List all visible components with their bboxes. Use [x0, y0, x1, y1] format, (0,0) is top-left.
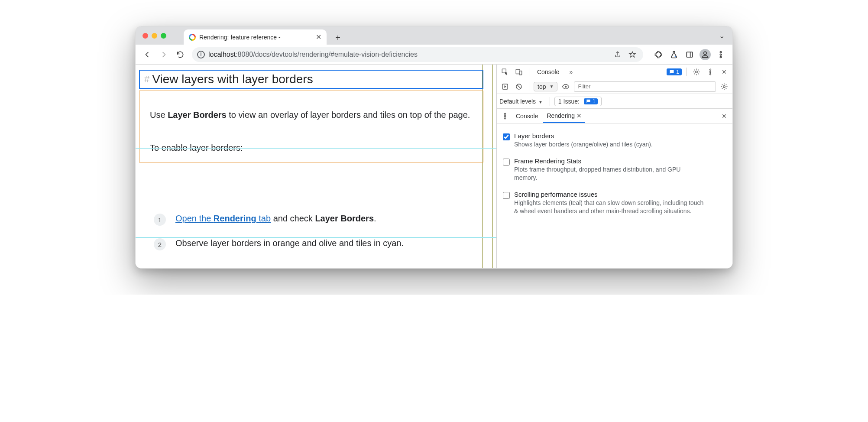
window-controls — [140, 26, 179, 45]
messages-badge[interactable]: 1 — [667, 68, 682, 75]
intro-paragraph: Use Layer Borders to view an overlay of … — [150, 108, 473, 121]
close-drawer-tab-icon[interactable]: ✕ — [577, 112, 582, 119]
tab-title: Rendering: feature reference - — [199, 34, 281, 41]
svg-point-16 — [723, 85, 725, 88]
svg-point-0 — [675, 56, 676, 57]
url: localhost:8080/docs/devtools/rendering/#… — [208, 51, 418, 58]
drawer-tab-rendering[interactable]: Rendering ✕ — [543, 109, 585, 123]
page-heading: # View layers with layer borders — [139, 70, 483, 89]
devtools-close-icon[interactable]: ✕ — [719, 66, 730, 78]
option-frame-rendering-stats[interactable]: Frame Rendering Stats Plots frame throug… — [503, 153, 726, 186]
hash-icon: # — [144, 74, 149, 85]
option-desc: Highlights elements (teal) that can slow… — [514, 199, 705, 215]
step-number: 1 — [154, 214, 166, 226]
clear-console-icon[interactable] — [513, 81, 525, 92]
url-host: localhost — [208, 51, 236, 58]
content-area: # View layers with layer borders Use Lay… — [136, 65, 732, 268]
labs-flask-icon[interactable] — [667, 47, 681, 62]
checkbox-scrolling-perf[interactable] — [503, 192, 510, 199]
svg-point-5 — [720, 56, 721, 58]
share-icon[interactable] — [612, 49, 623, 60]
chrome-favicon — [189, 34, 196, 41]
drawer-close-icon[interactable]: ✕ — [719, 110, 730, 122]
option-title: Scrolling performance issues — [514, 191, 705, 198]
intro-block: Use Layer Borders to view an overlay of … — [139, 91, 483, 162]
devtools-kebab-icon[interactable] — [705, 66, 716, 78]
steps-list: 1 Open the Rendering tab and check Layer… — [154, 208, 483, 256]
reload-button[interactable] — [173, 47, 188, 62]
svg-point-18 — [505, 115, 506, 117]
browser-tab[interactable]: Rendering: feature reference - ✕ — [184, 29, 327, 45]
execute-icon[interactable] — [499, 81, 511, 92]
console-levels-row: Default levels ▼ 1 Issue: 1 — [497, 94, 732, 109]
devtools-main-toolbar: Console » 1 ✕ — [497, 65, 732, 79]
svg-point-2 — [704, 52, 707, 55]
step-number: 2 — [154, 238, 166, 250]
console-settings-gear-icon[interactable] — [719, 81, 730, 92]
kebab-menu-icon[interactable] — [713, 47, 728, 62]
tab-list-chevron-icon[interactable]: ⌄ — [719, 32, 728, 40]
issues-pill[interactable]: 1 Issue: 1 — [554, 97, 602, 106]
step-text: Observe layer borders in orange and oliv… — [175, 238, 404, 248]
option-title: Frame Rendering Stats — [514, 157, 705, 165]
toolbar-actions — [651, 47, 728, 62]
url-port: :8080 — [236, 51, 253, 58]
svg-point-10 — [710, 69, 711, 70]
device-toggle-icon[interactable] — [513, 66, 525, 78]
webpage-viewport: # View layers with layer borders Use Lay… — [136, 65, 496, 268]
address-bar[interactable]: i localhost:8080/docs/devtools/rendering… — [192, 47, 643, 62]
more-tabs-chevron-icon[interactable]: » — [565, 66, 577, 78]
option-scrolling-perf[interactable]: Scrolling performance issues Highlights … — [503, 186, 726, 220]
option-desc: Plots frame throughput, dropped frames d… — [514, 166, 705, 182]
svg-point-12 — [710, 73, 711, 75]
console-toolbar: top▼ — [497, 79, 732, 94]
titlebar: Rendering: feature reference - ✕ + ⌄ — [136, 26, 732, 45]
option-title: Layer borders — [514, 132, 653, 140]
profile-avatar[interactable] — [698, 47, 713, 62]
minimize-window-button[interactable] — [152, 33, 157, 39]
svg-rect-1 — [687, 52, 692, 57]
heading-text: View layers with layer borders — [152, 72, 313, 86]
settings-gear-icon[interactable] — [691, 66, 702, 78]
option-desc: Shows layer borders (orange/olive) and t… — [514, 140, 653, 149]
inspect-element-icon[interactable] — [499, 66, 511, 78]
option-layer-borders[interactable]: Layer borders Shows layer borders (orang… — [503, 128, 726, 153]
extensions-icon[interactable] — [651, 47, 666, 62]
svg-point-4 — [720, 54, 721, 55]
close-window-button[interactable] — [143, 33, 148, 39]
drawer-tabstrip: Console Rendering ✕ ✕ — [497, 109, 732, 123]
svg-point-17 — [505, 113, 506, 114]
new-tab-button[interactable]: + — [331, 31, 345, 45]
svg-point-19 — [505, 117, 506, 119]
console-filter-input[interactable] — [574, 81, 716, 92]
svg-point-3 — [720, 51, 721, 52]
log-levels-selector[interactable]: Default levels ▼ — [499, 98, 543, 105]
context-selector[interactable]: top▼ — [534, 82, 557, 91]
back-button[interactable] — [140, 47, 155, 62]
browser-window: Rendering: feature reference - ✕ + ⌄ i l… — [135, 26, 733, 269]
drawer-tab-console[interactable]: Console — [512, 109, 541, 123]
drawer-kebab-icon[interactable] — [499, 110, 511, 122]
devtools-panel: Console » 1 ✕ top▼ Default levels ▼ — [496, 65, 732, 268]
step-item: 2 Observe layer borders in orange and ol… — [154, 232, 483, 256]
step-text: Open the Rendering tab and check Layer B… — [175, 214, 376, 224]
live-expression-eye-icon[interactable] — [560, 81, 571, 92]
svg-point-9 — [696, 71, 698, 73]
checkbox-frame-stats[interactable] — [503, 159, 510, 166]
forward-button[interactable] — [156, 47, 171, 62]
side-panel-icon[interactable] — [682, 47, 697, 62]
svg-point-11 — [710, 71, 711, 72]
site-info-icon[interactable]: i — [197, 51, 205, 58]
toolbar: i localhost:8080/docs/devtools/rendering… — [136, 45, 732, 65]
rendering-panel: Layer borders Shows layer borders (orang… — [497, 123, 732, 228]
close-tab-button[interactable]: ✕ — [316, 33, 321, 41]
svg-point-15 — [565, 85, 567, 88]
devtools-tab-console[interactable]: Console — [534, 65, 563, 79]
url-path: /docs/devtools/rendering/#emulate-vision… — [253, 51, 418, 58]
fullscreen-window-button[interactable] — [161, 33, 166, 39]
step-item: 1 Open the Rendering tab and check Layer… — [154, 208, 483, 232]
checkbox-layer-borders[interactable] — [503, 133, 510, 140]
bookmark-star-icon[interactable] — [627, 49, 638, 60]
open-rendering-tab-link[interactable]: Open the Rendering tab — [175, 214, 271, 223]
